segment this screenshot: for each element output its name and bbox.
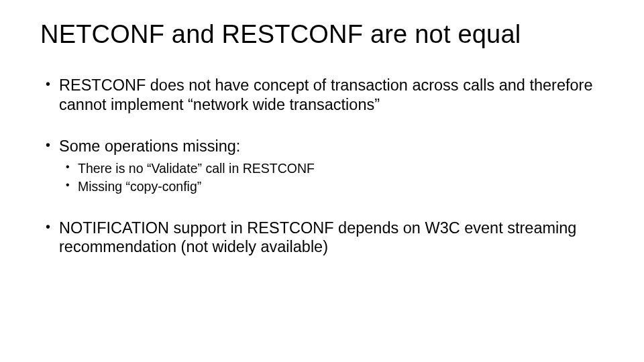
bullet-item: RESTCONF does not have concept of transa… — [40, 76, 604, 114]
slide: NETCONF and RESTCONF are not equal RESTC… — [0, 0, 644, 362]
sub-bullet-item: There is no “Validate” call in RESTCONF — [59, 160, 604, 177]
sub-bullet-text: There is no “Validate” call in RESTCONF — [78, 161, 315, 176]
bullet-text: RESTCONF does not have concept of transa… — [59, 76, 592, 113]
sub-bullet-text: Missing “copy-config” — [78, 179, 201, 194]
bullet-item: NOTIFICATION support in RESTCONF depends… — [40, 219, 604, 257]
bullet-list: RESTCONF does not have concept of transa… — [40, 76, 604, 257]
bullet-text: NOTIFICATION support in RESTCONF depends… — [59, 219, 576, 256]
sub-bullet-list: There is no “Validate” call in RESTCONF … — [59, 160, 604, 196]
bullet-text: Some operations missing: — [59, 137, 240, 155]
sub-bullet-item: Missing “copy-config” — [59, 178, 604, 195]
slide-title: NETCONF and RESTCONF are not equal — [40, 20, 604, 49]
bullet-item: Some operations missing: There is no “Va… — [40, 137, 604, 195]
